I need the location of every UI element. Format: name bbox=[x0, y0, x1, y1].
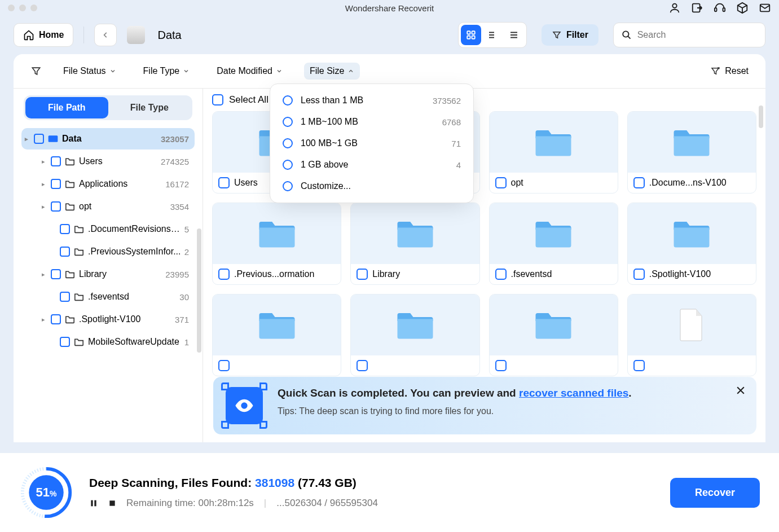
item-checkbox[interactable] bbox=[218, 269, 230, 280]
folder-tree[interactable]: ▸Data323057▸Users274325▸Applications1617… bbox=[14, 125, 203, 442]
progress-circle: 51% bbox=[19, 465, 73, 520]
recover-button[interactable]: Recover bbox=[670, 478, 760, 508]
file-type-dropdown[interactable]: File Type bbox=[138, 63, 196, 80]
thumbnail bbox=[628, 203, 756, 264]
grid-item[interactable] bbox=[627, 294, 756, 376]
grid-item[interactable] bbox=[212, 294, 341, 376]
filter-icon bbox=[30, 65, 42, 77]
tree-count: 1 bbox=[184, 337, 189, 347]
app-title: Wondershare Recoverit bbox=[345, 3, 434, 13]
item-checkbox[interactable] bbox=[633, 177, 645, 188]
window-traffic-lights[interactable] bbox=[8, 5, 37, 11]
checkbox[interactable] bbox=[60, 292, 70, 302]
checkbox[interactable] bbox=[60, 337, 70, 347]
recover-files-link[interactable]: recover scanned files bbox=[519, 387, 628, 399]
tab-file-path[interactable]: File Path bbox=[25, 97, 108, 118]
filter-button[interactable]: Filter bbox=[542, 24, 598, 46]
svg-point-0 bbox=[672, 4, 676, 8]
size-filter-option[interactable]: 100 MB~1 GB71 bbox=[270, 133, 473, 154]
mail-icon[interactable] bbox=[759, 2, 771, 14]
tree-item[interactable]: ▸.PreviousSystemInfor...2 bbox=[21, 241, 195, 262]
support-icon[interactable] bbox=[714, 2, 726, 14]
radio[interactable] bbox=[283, 181, 293, 191]
back-button[interactable] bbox=[94, 24, 117, 46]
sidebar-scrollbar[interactable] bbox=[197, 228, 201, 353]
titlebar: Wondershare Recoverit bbox=[0, 0, 779, 16]
checkbox[interactable] bbox=[51, 179, 61, 189]
option-count: 6768 bbox=[442, 117, 461, 127]
detail-view-button[interactable] bbox=[504, 25, 524, 45]
tree-item[interactable]: ▸Data323057 bbox=[21, 128, 195, 150]
file-status-dropdown[interactable]: File Status bbox=[58, 63, 122, 80]
list-view-button[interactable] bbox=[482, 25, 503, 45]
box-icon[interactable] bbox=[736, 2, 749, 14]
tree-item[interactable]: ▸Library23995 bbox=[21, 263, 195, 285]
tree-item[interactable]: ▸Users274325 bbox=[21, 151, 195, 172]
stop-button[interactable] bbox=[108, 499, 116, 507]
thumbnail bbox=[351, 294, 479, 355]
toolbar: Home Data Filter bbox=[0, 16, 779, 54]
checkbox[interactable] bbox=[51, 314, 61, 324]
date-modified-dropdown[interactable]: Date Modified bbox=[211, 63, 288, 80]
tree-item[interactable]: ▸opt3354 bbox=[21, 196, 195, 217]
grid-item[interactable]: .fseventsd bbox=[489, 203, 618, 285]
caret-icon: ▸ bbox=[42, 158, 47, 165]
checkbox[interactable] bbox=[51, 269, 61, 279]
grid-item[interactable]: .Docume...ns-V100 bbox=[627, 111, 756, 194]
size-filter-option[interactable]: 1 MB~100 MB6768 bbox=[270, 111, 473, 133]
home-button[interactable]: Home bbox=[14, 23, 73, 47]
item-checkbox[interactable] bbox=[495, 360, 507, 371]
svg-point-9 bbox=[623, 31, 628, 37]
tree-item[interactable]: ▸.fseventsd30 bbox=[21, 286, 195, 307]
radio[interactable] bbox=[283, 160, 293, 170]
search-box[interactable] bbox=[613, 23, 765, 47]
grid-item[interactable]: Library bbox=[350, 203, 479, 285]
item-checkbox[interactable] bbox=[218, 177, 230, 188]
item-checkbox[interactable] bbox=[495, 177, 507, 188]
reset-button[interactable]: Reset bbox=[710, 66, 749, 76]
account-icon[interactable] bbox=[668, 2, 681, 14]
search-input[interactable] bbox=[637, 30, 757, 40]
grid-view-button[interactable] bbox=[461, 25, 481, 45]
grid-item[interactable]: .Spotlight-V100 bbox=[627, 203, 756, 285]
tree-item[interactable]: ▸Applications16172 bbox=[21, 173, 195, 195]
item-checkbox[interactable] bbox=[218, 360, 230, 371]
select-all-checkbox[interactable] bbox=[212, 94, 223, 105]
tree-label: .PreviousSystemInfor... bbox=[88, 247, 181, 257]
tab-file-type[interactable]: File Type bbox=[108, 97, 191, 118]
tree-count: 16172 bbox=[165, 179, 189, 189]
item-checkbox[interactable] bbox=[633, 360, 645, 371]
checkbox[interactable] bbox=[60, 247, 70, 257]
option-label: 1 GB above bbox=[301, 160, 349, 170]
export-icon[interactable] bbox=[691, 2, 703, 14]
tree-label: .fseventsd bbox=[88, 292, 176, 302]
tree-item[interactable]: ▸MobileSoftwareUpdate1 bbox=[21, 331, 195, 353]
checkbox[interactable] bbox=[51, 201, 61, 212]
size-filter-option[interactable]: 1 GB above4 bbox=[270, 154, 473, 175]
pause-button[interactable] bbox=[89, 499, 98, 508]
tree-item[interactable]: ▸.Spotlight-V100371 bbox=[21, 309, 195, 330]
banner-title: Quick Scan is completed. You can preview… bbox=[278, 387, 632, 399]
item-checkbox[interactable] bbox=[357, 360, 368, 371]
grid-item[interactable] bbox=[350, 294, 479, 376]
radio[interactable] bbox=[283, 95, 293, 105]
item-checkbox[interactable] bbox=[495, 269, 507, 280]
size-filter-option[interactable]: Less than 1 MB373562 bbox=[270, 90, 473, 111]
item-checkbox[interactable] bbox=[633, 269, 645, 280]
checkbox[interactable] bbox=[51, 156, 61, 166]
grid-item[interactable]: opt bbox=[489, 111, 618, 194]
banner-close-button[interactable] bbox=[735, 385, 746, 396]
radio[interactable] bbox=[283, 138, 293, 148]
tree-item[interactable]: ▸.DocumentRevisions-...5 bbox=[21, 218, 195, 240]
size-filter-option[interactable]: Customize... bbox=[270, 175, 473, 197]
radio[interactable] bbox=[283, 117, 293, 127]
checkbox[interactable] bbox=[60, 224, 70, 234]
checkbox[interactable] bbox=[34, 134, 44, 144]
grid-item[interactable]: .Previous...ormation bbox=[212, 203, 341, 285]
item-checkbox[interactable] bbox=[357, 269, 368, 280]
tree-label: .DocumentRevisions-... bbox=[88, 224, 181, 234]
grid-scrollbar[interactable] bbox=[759, 105, 763, 128]
grid-item[interactable] bbox=[489, 294, 618, 376]
file-size-dropdown[interactable]: File Size bbox=[304, 63, 360, 80]
filter-bar: File Status File Type Date Modified File… bbox=[14, 54, 765, 88]
